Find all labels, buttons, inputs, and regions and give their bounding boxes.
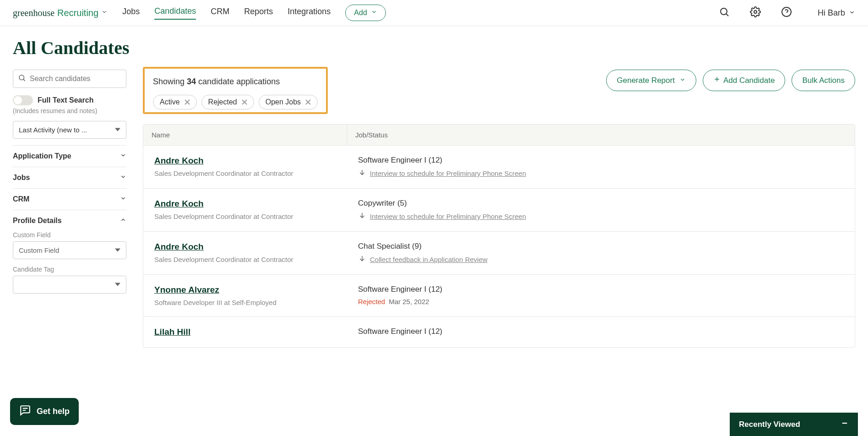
arrow-down-icon <box>358 212 366 221</box>
filter-application-type[interactable]: Application Type <box>13 152 126 160</box>
caret-down-icon <box>115 281 120 289</box>
column-name: Name <box>143 125 347 145</box>
candidate-table: Name Job/Status Andre Koch Sales Develop… <box>143 124 855 348</box>
chevron-down-icon <box>120 152 126 160</box>
question-icon <box>781 11 792 19</box>
filter-chip-active: Active <box>153 95 197 109</box>
add-label: Add <box>354 9 367 17</box>
sort-label: Last Activity (new to ... <box>19 126 87 134</box>
svg-point-0 <box>721 8 727 15</box>
chevron-down-icon <box>101 9 108 17</box>
candidate-tag-dropdown[interactable] <box>13 276 126 294</box>
logo-sub: Recruiting <box>57 8 98 18</box>
candidate-subtitle: Sales Development Coordinator at Contrac… <box>154 213 336 220</box>
fulltext-label: Full Text Search <box>38 96 93 104</box>
top-nav: greenhouse Recruiting Jobs Candidates CR… <box>0 0 868 26</box>
chevron-down-icon <box>849 8 855 18</box>
filter-summary-highlight: Showing 34 candidate applications Active… <box>143 67 328 114</box>
sidebar: Full Text Search (Includes resumes and n… <box>13 70 126 294</box>
candidate-name-link[interactable]: Lilah Hill <box>154 327 336 337</box>
main-content: Showing 34 candidate applications Active… <box>143 70 855 348</box>
search-icon <box>719 11 730 19</box>
search-input-field[interactable] <box>30 75 121 83</box>
user-menu[interactable]: Hi Barb <box>818 8 855 18</box>
status-link[interactable]: Interview to schedule for Preliminary Ph… <box>370 169 526 177</box>
nav-candidates[interactable]: Candidates <box>154 6 196 20</box>
chevron-up-icon <box>120 217 126 225</box>
filter-chip-rejected: Rejected <box>201 95 254 109</box>
custom-field-label: Custom Field <box>13 231 126 239</box>
svg-point-3 <box>19 75 24 80</box>
candidate-tag-label: Candidate Tag <box>13 266 126 273</box>
caret-down-icon <box>115 246 120 254</box>
custom-field-dropdown[interactable]: Custom Field <box>13 241 126 259</box>
generate-report-button[interactable]: Generate Report <box>606 70 696 91</box>
candidate-subtitle: Software Developer III at Self-Employed <box>154 299 336 306</box>
add-candidate-button[interactable]: Add Candidate <box>703 70 785 91</box>
add-button[interactable]: Add <box>345 5 385 21</box>
search-icon <box>18 74 26 84</box>
chevron-down-icon <box>679 76 686 85</box>
settings-button[interactable] <box>747 4 764 22</box>
caret-down-icon <box>115 126 120 134</box>
rejected-label: Rejected <box>358 298 385 305</box>
candidate-name-link[interactable]: Andre Koch <box>154 242 336 252</box>
candidate-subtitle: Sales Development Coordinator at Contrac… <box>154 169 336 177</box>
filter-jobs[interactable]: Jobs <box>13 174 126 182</box>
table-row: Andre Koch Sales Development Coordinator… <box>143 146 855 189</box>
user-greeting: Hi Barb <box>818 8 845 18</box>
filter-crm[interactable]: CRM <box>13 195 126 203</box>
fulltext-note: (Includes resumes and notes) <box>13 107 126 114</box>
table-row: Andre Koch Sales Development Coordinator… <box>143 232 855 275</box>
filter-profile-details[interactable]: Profile Details <box>13 217 126 225</box>
nav-integrations[interactable]: Integrations <box>288 7 331 19</box>
candidate-name-link[interactable]: Andre Koch <box>154 199 336 209</box>
candidate-subtitle: Sales Development Coordinator at Contrac… <box>154 256 336 263</box>
table-row: Lilah Hill Software Engineer I (12) <box>143 317 855 347</box>
bulk-actions-button[interactable]: Bulk Actions <box>792 70 855 91</box>
nav-items: Jobs Candidates CRM Reports Integrations <box>122 6 331 20</box>
status-link[interactable]: Collect feedback in Application Review <box>370 256 488 263</box>
search-candidates-input[interactable] <box>13 70 126 88</box>
remove-chip-open-jobs[interactable] <box>305 99 311 105</box>
remove-chip-rejected[interactable] <box>242 99 247 105</box>
search-button[interactable] <box>716 4 732 22</box>
status-link[interactable]: Interview to schedule for Preliminary Ph… <box>370 213 526 220</box>
rejected-date: Mar 25, 2022 <box>389 298 429 305</box>
plus-icon <box>713 76 721 85</box>
filter-chip-open-jobs: Open Jobs <box>259 95 318 109</box>
logo[interactable]: greenhouse Recruiting <box>13 8 108 18</box>
showing-count: Showing 34 candidate applications <box>153 77 318 87</box>
gear-icon <box>750 11 761 19</box>
candidate-job: Software Engineer I (12) <box>358 285 844 294</box>
fulltext-toggle[interactable] <box>13 95 33 105</box>
chevron-down-icon <box>120 195 126 203</box>
chevron-down-icon <box>371 9 377 17</box>
sort-dropdown[interactable]: Last Activity (new to ... <box>13 121 126 139</box>
candidate-job: Software Engineer I (12) <box>358 327 844 336</box>
help-button[interactable] <box>778 4 795 22</box>
candidate-name-link[interactable]: Ynonne Alvarez <box>154 285 336 295</box>
arrow-down-icon <box>358 169 366 178</box>
nav-crm[interactable]: CRM <box>211 7 229 19</box>
arrow-down-icon <box>358 255 366 264</box>
remove-chip-active[interactable] <box>184 99 190 105</box>
nav-reports[interactable]: Reports <box>244 7 273 19</box>
column-job-status: Job/Status <box>347 125 855 145</box>
page-title: All Candidates <box>0 26 868 61</box>
nav-jobs[interactable]: Jobs <box>122 7 140 19</box>
table-row: Ynonne Alvarez Software Developer III at… <box>143 275 855 317</box>
table-row: Andre Koch Sales Development Coordinator… <box>143 189 855 232</box>
candidate-job: Copywriter (5) <box>358 199 844 208</box>
candidate-job: Software Engineer I (12) <box>358 156 844 165</box>
logo-main: greenhouse <box>13 8 54 18</box>
candidate-job: Chat Specialist (9) <box>358 242 844 251</box>
svg-point-1 <box>754 11 757 13</box>
candidate-name-link[interactable]: Andre Koch <box>154 156 336 166</box>
chevron-down-icon <box>120 174 126 182</box>
